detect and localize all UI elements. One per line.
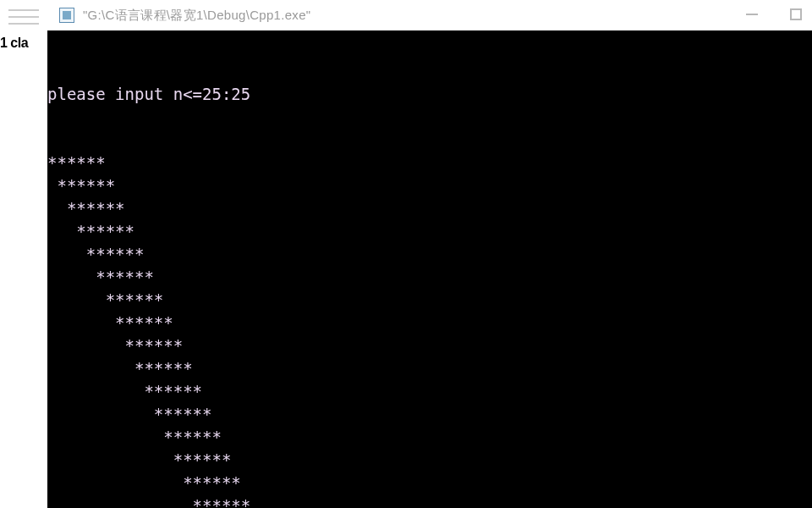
window-controls [743, 5, 805, 24]
console-pattern-line: ****** [47, 357, 812, 380]
console-pattern-line: ****** [47, 380, 812, 403]
console-pattern-line: ****** [47, 220, 812, 243]
console-pattern-line: ****** [47, 289, 812, 312]
minimize-button[interactable] [743, 5, 761, 24]
console-pattern-line: ****** [47, 426, 812, 449]
console-pattern-line: ****** [47, 174, 812, 197]
console-pattern-line: ****** [47, 494, 812, 508]
console-pattern-line: ****** [47, 312, 812, 334]
console-pattern-line: ****** [47, 197, 812, 220]
console-pattern-line: ****** [47, 334, 812, 357]
editor-gutter-label: 1 cla [0, 36, 30, 51]
hamburger-menu-icon[interactable] [3, 3, 44, 30]
window-title: "G:\C语言课程\器宽1\Debug\Cpp1.exe" [83, 8, 310, 24]
console-pattern-line: ****** [47, 403, 812, 426]
console-prompt-line: please input n<=25:25 [47, 83, 812, 106]
app-icon [59, 8, 74, 23]
console-pattern-line: ****** [47, 472, 812, 494]
console-pattern-line: ****** [47, 266, 812, 289]
console-pattern-line: ****** [47, 243, 812, 266]
window-titlebar: "G:\C语言课程\器宽1\Debug\Cpp1.exe" [47, 0, 812, 30]
console-pattern-line: ****** [47, 449, 812, 472]
console-pattern-line: ****** [47, 152, 812, 174]
console-output: please input n<=25:25 ****** ****** ****… [47, 30, 812, 508]
maximize-button[interactable] [787, 5, 805, 24]
